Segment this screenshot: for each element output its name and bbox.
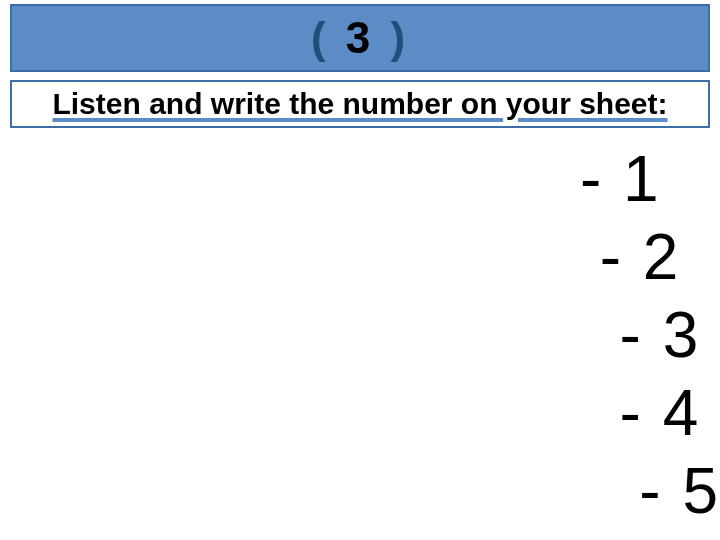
open-paren: ( xyxy=(311,13,330,62)
header-title: ( 3 ) xyxy=(311,13,409,63)
close-paren: ) xyxy=(390,13,409,62)
number-list: - 1 - 2 - 3 - 4 - 5 xyxy=(580,140,720,530)
list-item: - 3 xyxy=(580,296,720,374)
instruction-box: Listen and write the number on your shee… xyxy=(10,80,710,128)
list-item: - 1 xyxy=(580,140,720,218)
header-number: 3 xyxy=(330,13,391,62)
list-item: - 2 xyxy=(580,218,720,296)
header-box: ( 3 ) xyxy=(10,4,710,72)
instruction-text: Listen and write the number on your shee… xyxy=(52,87,667,121)
list-item: - 4 xyxy=(580,374,720,452)
list-item: - 5 xyxy=(580,452,720,530)
